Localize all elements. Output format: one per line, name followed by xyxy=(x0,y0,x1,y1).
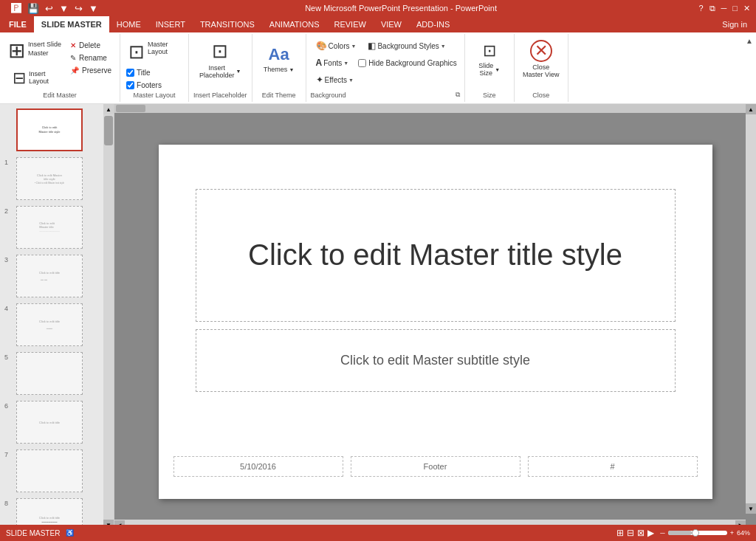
slide-panel: ▲ Click to editMaster title style 1 Clic… xyxy=(0,104,114,530)
zoom-controls: ─ + 64% xyxy=(660,529,750,537)
hide-background-input[interactable] xyxy=(358,59,366,67)
preserve-button[interactable]: 📌 Preserve xyxy=(66,65,115,76)
layout-num-3: 3 xyxy=(4,255,15,263)
canvas-scroll-top-thumb[interactable] xyxy=(116,105,145,112)
review-tab[interactable]: REVIEW xyxy=(326,16,373,32)
close-content: ✕ CloseMaster View xyxy=(519,37,563,90)
edit-master-label: Edit Master xyxy=(43,90,77,99)
insert-tab[interactable]: INSERT xyxy=(148,16,193,32)
master-slide-content: Click to editMaster title style xyxy=(38,124,62,135)
minimize-button[interactable]: ─ xyxy=(721,4,727,13)
zoom-slider-thumb[interactable] xyxy=(692,529,699,537)
layout-content-3: Click to edit title▪▪▪▪ ▪▪▪▪ xyxy=(38,269,61,283)
layout-content-4: Click to edit title▪▪▪▪▪▪▪▪ xyxy=(38,318,61,331)
rename-button[interactable]: ✎ Rename xyxy=(66,52,115,63)
footer-page-box[interactable]: # xyxy=(528,456,698,477)
slide-scroll-thumb[interactable] xyxy=(104,116,113,145)
insert-layout-button[interactable]: ⊟ InsertLayout xyxy=(9,66,61,90)
layout-slide-6[interactable]: 6 Click to edit title xyxy=(3,399,111,445)
title-placeholder[interactable]: Click to edit Master title style xyxy=(196,189,676,322)
transitions-tab[interactable]: TRANSITIONS xyxy=(193,16,262,32)
customize-quick-access[interactable]: ▼ xyxy=(86,1,100,15)
undo-button[interactable]: ↩ xyxy=(43,1,55,15)
footers-checkbox[interactable]: Footers xyxy=(125,80,163,90)
layout-slide-5[interactable]: 5 xyxy=(3,351,111,396)
canvas-scroll-right-up[interactable]: ▲ xyxy=(746,104,756,114)
sign-in[interactable]: Sign in xyxy=(715,20,755,29)
canvas-scroll-right-down[interactable]: ▼ xyxy=(746,503,756,514)
edit-master-content: ⊞ Insert SlideMaster ⊟ InsertLayout ✕ De… xyxy=(4,37,115,90)
background-expand[interactable]: ⧉ xyxy=(456,91,460,99)
master-layout-button[interactable]: ⊡ MasterLayout xyxy=(125,37,184,65)
layout-num-4: 4 xyxy=(4,303,15,312)
normal-view-button[interactable]: ⊞ xyxy=(616,528,624,538)
insert-placeholder-button[interactable]: ⊡ InsertPlaceholder▼ xyxy=(194,37,246,81)
insert-slide-master-button[interactable]: ⊞ Insert SlideMaster xyxy=(4,37,65,65)
master-slide-image[interactable]: Click to editMaster title style xyxy=(16,108,83,151)
view-tab[interactable]: VIEW xyxy=(374,16,409,32)
layout-image-2[interactable]: Click to editMaster title───────────── xyxy=(16,206,83,249)
colors-dropdown[interactable]: 🎨 Colors ▼ xyxy=(312,38,360,53)
insert-placeholder-label: InsertPlaceholder▼ xyxy=(199,64,241,79)
save-button[interactable]: 💾 xyxy=(25,1,41,15)
insert-slide-master-icon: ⊞ xyxy=(8,41,25,61)
zoom-slider[interactable] xyxy=(668,531,727,535)
hide-background-checkbox[interactable]: Hide Background Graphics xyxy=(357,58,458,68)
slide-master-tab[interactable]: SLIDE MASTER xyxy=(34,16,109,32)
layout-slide-3[interactable]: 3 Click to edit title▪▪▪▪ ▪▪▪▪ xyxy=(3,253,111,299)
layout-content-5 xyxy=(48,372,51,375)
themes-button[interactable]: Aa Themes▼ xyxy=(257,37,301,81)
close-master-view-button[interactable]: ✕ CloseMaster View xyxy=(519,37,563,81)
redo-button[interactable]: ↪ xyxy=(72,1,85,15)
master-slide-thumb[interactable]: Click to editMaster title style xyxy=(3,107,111,153)
ribbon-collapse[interactable]: ▲ xyxy=(743,34,756,102)
add-ins-tab[interactable]: ADD-INS xyxy=(409,16,457,32)
fonts-icon: A xyxy=(316,58,323,68)
file-menu[interactable]: FILE xyxy=(1,16,34,32)
effects-dropdown[interactable]: ✦ Effects ▼ xyxy=(312,72,357,87)
zoom-in-button[interactable]: + xyxy=(730,529,734,537)
status-bar: SLIDE MASTER ♿ ⊞ ⊟ ⊠ ▶ ─ + 64% xyxy=(0,525,756,541)
maximize-button[interactable]: □ xyxy=(732,4,738,13)
footer-center-box[interactable]: Footer xyxy=(351,456,520,477)
zoom-out-button[interactable]: ─ xyxy=(660,529,664,537)
layout-image-3[interactable]: Click to edit title▪▪▪▪ ▪▪▪▪ xyxy=(16,255,83,297)
subtitle-placeholder[interactable]: Click to edit Master subtitle style xyxy=(196,329,676,392)
reading-view-button[interactable]: ⊠ xyxy=(637,528,645,538)
layout-num-2: 2 xyxy=(4,206,15,215)
layout-slide-4[interactable]: 4 Click to edit title▪▪▪▪▪▪▪▪ xyxy=(3,302,111,348)
accessibility-icon: ♿ xyxy=(66,529,74,537)
layout-image-5[interactable] xyxy=(16,352,83,395)
slide-sorter-button[interactable]: ⊟ xyxy=(627,528,634,538)
layout-content-1: Click to edit Mastertitle style• Click t… xyxy=(33,172,66,186)
home-tab[interactable]: HOME xyxy=(109,16,148,32)
title-check-input[interactable] xyxy=(126,69,134,77)
undo-dropdown[interactable]: ▼ xyxy=(57,1,71,15)
close-button[interactable]: ✕ xyxy=(743,4,750,13)
delete-button[interactable]: ✕ Delete xyxy=(66,40,115,51)
canvas-scroll-top xyxy=(114,104,746,113)
layout-num-6: 6 xyxy=(4,401,15,410)
footer-date-box[interactable]: 5/10/2016 xyxy=(173,456,343,477)
slideshow-button[interactable]: ▶ xyxy=(647,528,654,538)
title-checkbox[interactable]: Title xyxy=(125,68,152,77)
layout-image-1[interactable]: Click to edit Mastertitle style• Click t… xyxy=(16,157,83,200)
layout-image-7[interactable] xyxy=(16,449,83,492)
fonts-dropdown[interactable]: A Fonts ▼ xyxy=(312,55,353,70)
layout-image-4[interactable]: Click to edit title▪▪▪▪▪▪▪▪ xyxy=(16,303,83,346)
zoom-fit-button[interactable]: 64% xyxy=(737,529,750,537)
slide-canvas[interactable]: Click to edit Master title style Click t… xyxy=(159,145,712,499)
animations-tab[interactable]: ANIMATIONS xyxy=(262,16,327,32)
slide-panel-scroll-up[interactable]: ▲ xyxy=(103,104,114,114)
footers-check-input[interactable] xyxy=(126,81,134,89)
slide-size-button[interactable]: ⊡ SlideSize▼ xyxy=(470,37,509,81)
ribbon-display-options[interactable]: ⧉ xyxy=(709,4,715,13)
layout-image-6[interactable]: Click to edit title xyxy=(16,401,83,444)
window-title: New Microsoft PowerPoint Presentation - … xyxy=(103,4,699,13)
layout-slide-7[interactable]: 7 xyxy=(3,448,111,494)
layout-slide-2[interactable]: 2 Click to editMaster title───────────── xyxy=(3,204,111,250)
background-styles-dropdown[interactable]: ◧ Background Styles ▼ xyxy=(364,38,449,53)
layout-slide-1[interactable]: 1 Click to edit Mastertitle style• Click… xyxy=(3,156,111,201)
help-button[interactable]: ? xyxy=(698,4,703,13)
slide-size-label: SlideSize▼ xyxy=(478,62,500,77)
